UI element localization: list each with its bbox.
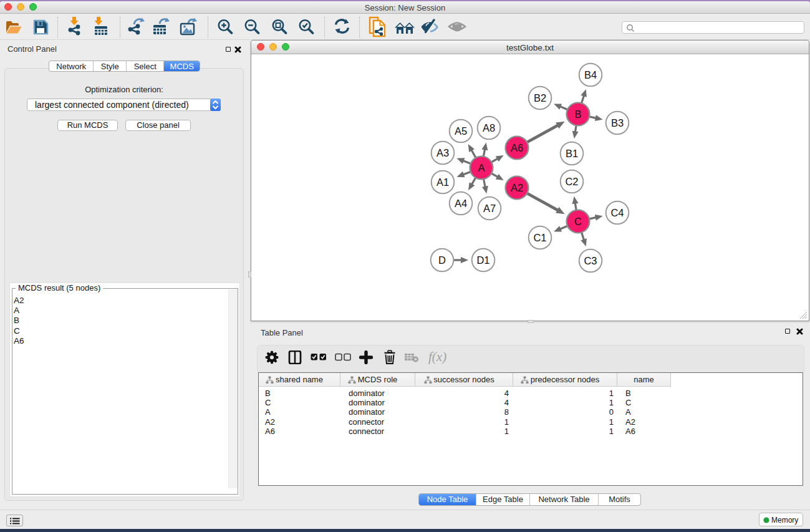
svg-text:A6: A6 bbox=[511, 142, 523, 153]
svg-text:D: D bbox=[438, 254, 446, 266]
svg-text:C1: C1 bbox=[533, 232, 546, 243]
svg-text:A3: A3 bbox=[436, 147, 449, 158]
svg-text:A7: A7 bbox=[483, 203, 496, 214]
svg-text:A5: A5 bbox=[455, 125, 467, 137]
svg-text:C2: C2 bbox=[565, 176, 578, 187]
svg-text:C3: C3 bbox=[584, 255, 597, 266]
svg-text:B: B bbox=[574, 109, 581, 120]
svg-text:B2: B2 bbox=[534, 92, 546, 104]
svg-text:C4: C4 bbox=[610, 207, 624, 218]
svg-text:B4: B4 bbox=[584, 69, 597, 80]
svg-text:A: A bbox=[478, 162, 485, 173]
svg-text:B3: B3 bbox=[611, 117, 624, 128]
svg-text:C: C bbox=[574, 216, 582, 227]
svg-text:A8: A8 bbox=[483, 122, 495, 133]
svg-text:B1: B1 bbox=[566, 148, 578, 159]
svg-text:D1: D1 bbox=[476, 254, 489, 266]
svg-text:A4: A4 bbox=[455, 198, 467, 209]
svg-text:A1: A1 bbox=[436, 177, 449, 188]
svg-text:A2: A2 bbox=[511, 182, 523, 193]
